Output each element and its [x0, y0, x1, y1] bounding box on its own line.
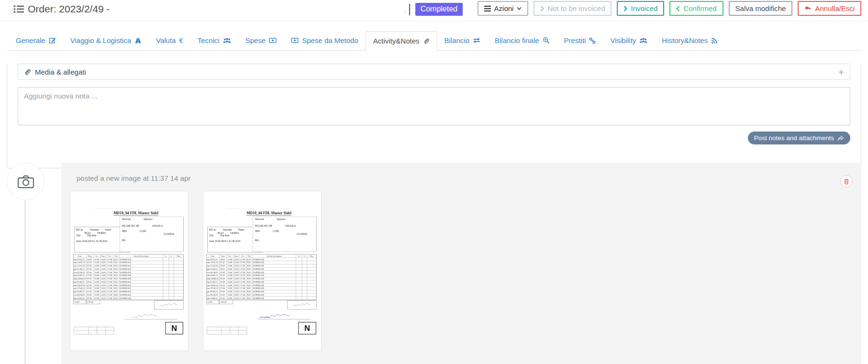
- doc-signature-area: signature: [208, 312, 315, 320]
- add-attachment-button[interactable]: +: [838, 67, 844, 77]
- azioni-button[interactable]: Azioni: [478, 1, 529, 16]
- paperclip-icon: [423, 38, 430, 44]
- search-plus-icon: [543, 37, 550, 44]
- euro-icon: €: [179, 31, 183, 50]
- not-to-be-invoiced-button[interactable]: Not to be invoiced: [534, 1, 612, 16]
- doc-operator-box: NetworkOperator FILLER INC DEANGOLA MIOC…: [120, 217, 184, 252]
- tab-valuta[interactable]: Valuta €: [149, 31, 190, 50]
- timesheet-row: lun 29.05.2314:00 12:0013:00 17:306:30 O…: [74, 258, 184, 261]
- doc-logo: N: [165, 322, 183, 334]
- exchange-icon: [473, 37, 480, 44]
- doc-logo: N: [298, 322, 316, 334]
- doc-decoration: [94, 208, 127, 209]
- edit-icon: [49, 37, 56, 44]
- feed-event-text: posted a new image at 11:37 14 apr: [77, 174, 190, 182]
- attachment-thumbnail[interactable]: MD10_04 FDL Master Sidel NetworkOperator…: [70, 191, 189, 351]
- doc-title: MD10_04 FDL Master Sidel: [246, 211, 291, 215]
- separator-dot: .: [404, 6, 406, 13]
- rss-icon: [711, 37, 718, 44]
- header-buttons: Azioni Not to be invoiced Invoiced Confi…: [478, 1, 861, 16]
- timesheet-row: ven 02.06.2307:30 12:0013:00 17:309:00 O…: [74, 271, 184, 274]
- undo-icon: [804, 5, 812, 11]
- timesheet-row: dom 04.06.2307:30 12:0013:00 17:309:00 O…: [74, 277, 184, 281]
- timesheet-table: DateEnterEx.EnterEx.Tot.Activity Descrip…: [206, 254, 317, 300]
- camera-event-avatar: [7, 163, 45, 200]
- new-note-input[interactable]: [18, 87, 850, 125]
- road-icon: [134, 37, 142, 44]
- confirmed-button[interactable]: Confirmed: [669, 1, 723, 16]
- timesheet-table: DateEnterEx.EnterEx.Tot.Activity Descrip…: [73, 254, 184, 300]
- invoiced-button[interactable]: Invoiced: [617, 1, 664, 16]
- timesheet-row: gio 01.06.2307:30 12:0013:00 17:309:00 O…: [207, 267, 317, 271]
- attachment-thumbnail[interactable]: MD10_04 FDL Master Sidel NetworkOperator…: [203, 191, 322, 351]
- timesheet-row: mer 31.05.2307:30 12:0013:00 17:309:00 O…: [207, 264, 317, 267]
- money-icon: [291, 37, 299, 44]
- list-icon: [13, 5, 24, 13]
- tab-viaggio-logistica[interactable]: Viaggio & Logistica: [63, 31, 149, 50]
- timesheet-row: sab 03.06.2307:30 12:0013:00 17:309:00 O…: [207, 274, 317, 277]
- timesheet-row: sab 03.06.2307:30 12:0013:00 17:309:00 O…: [74, 274, 184, 277]
- tab-bar: Generale Viaggio & Logistica Valuta € Te…: [7, 31, 861, 51]
- doc-stamp-box: [288, 300, 317, 309]
- timesheet-row: lun 05.06.2307:30 12:0013:00 17:309:00 O…: [74, 280, 184, 284]
- trash-icon: [844, 178, 849, 185]
- timesheet-row: ven 09.06.2307:30 12:0013:00 17:309:00 O…: [74, 293, 184, 297]
- chevron-down-icon: [517, 7, 522, 10]
- delete-post-button[interactable]: [840, 175, 853, 188]
- tab-visibility[interactable]: Visibility: [603, 31, 655, 50]
- tab-bilancio-finale[interactable]: Bilancio finale: [488, 31, 557, 50]
- doc-footer-table: [74, 327, 114, 335]
- users-icon: [223, 37, 231, 44]
- timesheet-row: dom 04.06.2307:30 12:0013:00 17:309:00 O…: [207, 277, 317, 281]
- timeline-line: [24, 200, 26, 364]
- chevron-right-icon: [540, 6, 544, 11]
- doc-totals: 12:00 170:30: [73, 300, 184, 309]
- tab-prestiti[interactable]: Prestiti: [557, 31, 603, 50]
- activity-notes-panel: Media & allegati + Post notes and attach…: [7, 64, 861, 168]
- paperclip-icon: [24, 68, 31, 76]
- share-icon: [837, 135, 844, 141]
- tab-activity-notes[interactable]: Activity&Notes: [366, 31, 437, 51]
- timesheet-row: mar 30.05.2307:30 12:0013:00 17:309:00 O…: [207, 261, 317, 265]
- timesheet-row: mar 30.05.2307:30 12:0013:00 17:309:00 O…: [74, 261, 184, 265]
- doc-title: MD10_04 FDL Master Sidel: [113, 211, 158, 215]
- chevron-left-icon: [676, 6, 680, 11]
- annulla-esci-button[interactable]: Annulla/Esci: [798, 1, 861, 16]
- post-notes-button[interactable]: Post notes and attachments: [748, 132, 850, 144]
- doc-stamp-box: [155, 300, 184, 309]
- camera-icon: [17, 174, 34, 189]
- header-bar: Order: 2023/2/49 - . Completed Azioni No…: [0, 0, 868, 21]
- tab-bilancio[interactable]: Bilancio: [437, 31, 488, 50]
- tab-tecnici[interactable]: Tecnici: [190, 31, 238, 50]
- doc-decoration: [227, 208, 260, 209]
- tab-generale[interactable]: Generale: [9, 31, 63, 50]
- status-divider: [409, 4, 410, 15]
- timesheet-row: gio 08.06.2307:30 12:0013:00 17:309:00 O…: [207, 290, 317, 294]
- timesheet-row: mar 06.06.2307:30 12:0013:00 17:309:00 O…: [74, 284, 184, 287]
- tab-spese-da-metodo[interactable]: Spese da Metodo: [284, 31, 366, 50]
- status-group: . Completed: [404, 3, 463, 16]
- timesheet-row: lun 29.05.2314:00 12:0013:00 17:306:30 O…: [207, 258, 317, 261]
- timesheet-row: sab 10.06.2307:30 12:0013:00 17:309:00 O…: [74, 297, 184, 300]
- timesheet-row: gio 01.06.2307:30 12:0013:00 17:309:00 O…: [74, 267, 184, 271]
- timesheet-row: ven 09.06.2307:30 12:0013:00 17:309:00 O…: [207, 293, 317, 297]
- timesheet-row: lun 05.06.2307:30 12:0013:00 17:309:00 O…: [207, 280, 317, 284]
- doc-footer-table: [207, 327, 247, 335]
- money-icon: [269, 37, 277, 44]
- tab-spese[interactable]: Spese: [238, 31, 284, 50]
- timesheet-row: sab 10.06.2307:30 12:0013:00 17:309:00 O…: [207, 297, 317, 300]
- post-row: Post notes and attachments: [18, 132, 850, 144]
- salva-modifiche-button[interactable]: Salva modifiche: [729, 1, 793, 16]
- media-allegati-bar[interactable]: Media & allegati +: [18, 64, 850, 80]
- timesheet-row: mer 31.05.2307:30 12:0013:00 17:309:00 O…: [74, 264, 184, 267]
- doc-operator-box: NetworkOperator FILLER INC DEANGOLA MIOC…: [253, 217, 317, 252]
- tab-history-notes[interactable]: History&Notes: [655, 31, 725, 50]
- page-title: Order: 2023/2/49 -: [28, 3, 110, 15]
- hamburger-icon: [484, 6, 491, 11]
- media-allegati-label: Media & allegati: [35, 68, 86, 76]
- users-icon: [639, 37, 647, 44]
- timesheet-row: ven 02.06.2307:30 12:0013:00 17:309:00 O…: [207, 271, 317, 274]
- status-badge: Completed: [415, 3, 463, 16]
- timesheet-row: mer 07.06.2307:30 12:0013:00 17:309:00 O…: [207, 287, 317, 290]
- timesheet-row: mer 07.06.2307:30 12:0013:00 17:309:00 O…: [74, 287, 184, 290]
